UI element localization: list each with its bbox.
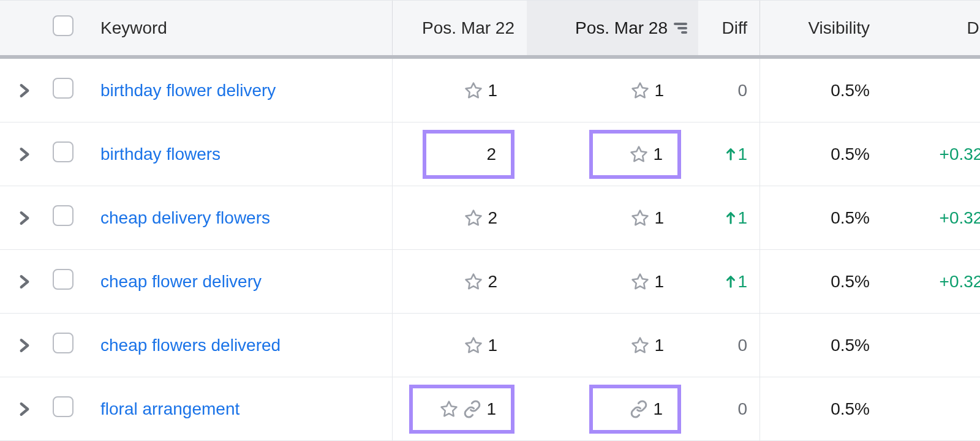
diff1-cell: 1: [698, 145, 760, 164]
position-value: 1: [488, 81, 497, 100]
column-header-pos2[interactable]: Pos. Mar 28: [527, 1, 698, 55]
position-value: 1: [654, 272, 664, 292]
pos1-cell: 1: [464, 81, 514, 100]
star-icon: [464, 209, 483, 227]
pos2-cell: 1: [589, 130, 681, 179]
diff1-cell: 0: [698, 81, 760, 100]
diff1-cell: 1: [698, 272, 760, 292]
diff2-cell: +0.328: [882, 272, 980, 292]
keyword-link[interactable]: birthday flowers: [92, 145, 392, 164]
row-checkbox-cell: [37, 396, 92, 421]
pos1-wrap: 2: [392, 123, 527, 186]
expand-row-toggle[interactable]: [0, 82, 37, 99]
row-checkbox-cell: [37, 269, 92, 294]
row-checkbox[interactable]: [53, 333, 74, 353]
row-checkbox[interactable]: [53, 141, 74, 162]
column-header-keyword[interactable]: Keyword: [92, 18, 392, 38]
pos2-wrap: 1: [527, 208, 698, 228]
pos1-cell: 2: [464, 208, 514, 228]
visibility-cell: 0.5%: [760, 123, 882, 186]
diff1-cell: 0: [698, 336, 760, 355]
column-header-pos1[interactable]: Pos. Mar 22: [392, 1, 527, 55]
pos1-cell: 1: [409, 385, 514, 434]
keyword-link[interactable]: cheap flowers delivered: [92, 336, 392, 355]
pos2-wrap: 1: [527, 336, 698, 355]
star-icon: [631, 81, 649, 100]
table-header: Keyword Pos. Mar 22 Pos. Mar 28 Diff Vis…: [0, 0, 980, 59]
pos2-wrap: 1: [527, 385, 698, 434]
visibility-cell: 0.5%: [760, 59, 882, 122]
row-checkbox[interactable]: [53, 205, 74, 226]
position-value: 1: [653, 145, 663, 164]
pos2-cell: 1: [631, 336, 681, 355]
pos2-cell: 1: [631, 272, 681, 292]
expand-row-toggle[interactable]: [0, 401, 37, 418]
position-value: 1: [488, 336, 497, 355]
pos2-wrap: 1: [527, 81, 698, 100]
pos1-cell: 1: [464, 336, 514, 355]
row-checkbox-cell: [37, 333, 92, 358]
position-value: 1: [486, 399, 496, 419]
star-icon: [464, 273, 483, 291]
svg-marker-8: [633, 274, 648, 288]
visibility-cell: 0.5%: [760, 186, 882, 249]
position-value: 2: [488, 208, 497, 228]
expand-row-toggle[interactable]: [0, 209, 37, 227]
pos2-wrap: 1: [527, 130, 698, 179]
diff1-cell: 1: [698, 208, 760, 228]
column-header-visibility[interactable]: Visibility: [760, 1, 882, 55]
expand-row-toggle[interactable]: [0, 337, 37, 354]
visibility-cell: 0.5%: [760, 250, 882, 313]
pos2-wrap: 1: [527, 272, 698, 292]
column-header-diff1[interactable]: Diff: [698, 18, 760, 38]
pos1-wrap: 2: [392, 186, 527, 249]
sort-descending-icon: [674, 23, 687, 34]
diff2-cell: +0.328: [882, 208, 980, 228]
diff1-cell: 0: [698, 399, 760, 419]
pos2-cell: 1: [631, 208, 681, 228]
pos1-wrap: 1: [392, 59, 527, 122]
svg-marker-11: [633, 337, 648, 352]
diff2-cell: 0: [882, 399, 980, 419]
position-value: 1: [654, 81, 664, 100]
table-row: cheap flower delivery2110.5%+0.328: [0, 250, 980, 314]
column-header-pos2-label: Pos. Mar 28: [575, 18, 668, 38]
pos2-cell: 1: [631, 81, 681, 100]
diff2-cell: +0.328: [882, 145, 980, 164]
position-value: 1: [654, 208, 664, 228]
position-value: 1: [653, 399, 663, 419]
keyword-link[interactable]: cheap flower delivery: [92, 272, 392, 292]
expand-row-toggle[interactable]: [0, 273, 37, 290]
position-value: 2: [488, 272, 497, 292]
header-checkbox-cell: [37, 15, 92, 40]
link-icon: [463, 400, 481, 418]
visibility-cell: 0.5%: [760, 314, 882, 377]
keyword-link[interactable]: birthday flower delivery: [92, 81, 392, 100]
pos2-cell: 1: [589, 385, 681, 434]
star-icon: [464, 81, 483, 100]
svg-marker-2: [631, 146, 647, 161]
star-icon: [440, 400, 458, 418]
pos1-wrap: 1: [392, 377, 527, 440]
keyword-link[interactable]: cheap delivery flowers: [92, 208, 392, 228]
select-all-checkbox[interactable]: [53, 15, 74, 36]
table-row: cheap flowers delivered1100.5%0: [0, 314, 980, 377]
table-row: floral arrangement1100.5%0: [0, 377, 980, 441]
keyword-rankings-table: Keyword Pos. Mar 22 Pos. Mar 28 Diff Vis…: [0, 0, 980, 441]
row-checkbox[interactable]: [53, 269, 74, 290]
column-header-diff2[interactable]: Diff: [882, 18, 980, 38]
row-checkbox[interactable]: [53, 396, 74, 417]
table-row: cheap delivery flowers2110.5%+0.328: [0, 186, 980, 250]
table-row: birthday flowers2110.5%+0.328: [0, 123, 980, 186]
expand-row-toggle[interactable]: [0, 146, 37, 163]
row-checkbox-cell: [37, 78, 92, 103]
row-checkbox-cell: [37, 205, 92, 230]
star-icon: [631, 273, 649, 291]
star-icon: [631, 209, 649, 227]
pos1-wrap: 1: [392, 314, 527, 377]
row-checkbox[interactable]: [53, 78, 74, 99]
keyword-link[interactable]: floral arrangement: [92, 399, 392, 419]
pos1-wrap: 2: [392, 250, 527, 313]
visibility-cell: 0.5%: [760, 377, 882, 440]
pos1-cell: 2: [423, 130, 514, 179]
